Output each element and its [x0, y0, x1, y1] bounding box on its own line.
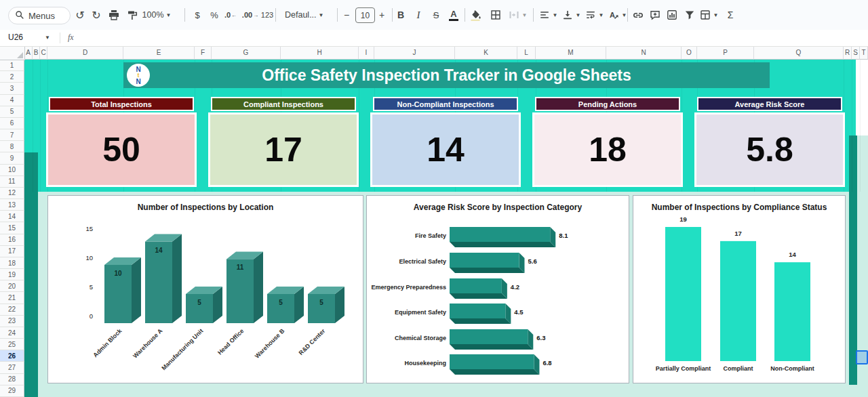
percent-format-button[interactable]: % [206, 6, 222, 24]
text-rotation-button[interactable]: A▼ [606, 6, 629, 24]
column-header-I[interactable]: I [359, 46, 374, 60]
kpi-card-pending-actions[interactable]: Pending Actions18 [532, 97, 683, 187]
text-wrap-button[interactable]: ▼ [583, 6, 606, 24]
row-header-5[interactable]: 5 [0, 106, 24, 118]
kpi-label: Pending Actions [535, 97, 680, 111]
filter-icon[interactable] [682, 6, 698, 24]
fx-icon: fx [68, 33, 74, 43]
borders-icon[interactable] [488, 6, 504, 24]
font-select[interactable]: Defaul...▼ [285, 6, 336, 24]
italic-button[interactable]: I [410, 6, 427, 24]
chevron-down-icon[interactable]: ▼ [519, 6, 528, 24]
decrease-decimal-button[interactable]: .0← [222, 6, 239, 24]
column-header-S[interactable]: S [852, 46, 860, 60]
undo-icon[interactable]: ↺ [72, 6, 88, 24]
row-header-27[interactable]: 27 [0, 362, 24, 373]
row-header-18[interactable]: 18 [0, 257, 24, 269]
column-header-N[interactable]: N [606, 46, 682, 60]
chart-risk-score-by-category[interactable]: Average Risk Score by Inspection Categor… [366, 195, 629, 383]
row-header-26[interactable]: 26 [0, 350, 24, 362]
kpi-card-average-risk-score[interactable]: Average Risk Score5.8 [694, 97, 845, 187]
row-header-22[interactable]: 22 [0, 304, 24, 316]
column-header-Q[interactable]: Q [754, 46, 844, 60]
column-header-L[interactable]: L [517, 46, 536, 60]
decrease-font-size-button[interactable]: − [340, 6, 353, 24]
row-header-1[interactable]: 1 [0, 60, 24, 71]
column-header-A[interactable]: A [24, 46, 33, 60]
row-header-12[interactable]: 12 [0, 188, 24, 199]
row-header-14[interactable]: 14 [0, 211, 24, 222]
row-header-21[interactable]: 21 [0, 292, 24, 304]
column-header-O[interactable]: O [682, 46, 697, 60]
row-header-29[interactable]: 29 [0, 385, 24, 397]
row-header-8[interactable]: 8 [0, 141, 24, 152]
row-header-19[interactable]: 19 [0, 269, 24, 280]
font-size-input[interactable]: 10 [355, 7, 375, 23]
chart-inspections-by-compliance[interactable]: Number of Inspections by Compliance Stat… [633, 195, 846, 383]
row-header-16[interactable]: 16 [0, 234, 24, 246]
row-header-4[interactable]: 4 [0, 95, 24, 106]
kpi-value: 50 [46, 112, 197, 187]
row-header-2[interactable]: 2 [0, 71, 24, 83]
row-header-24[interactable]: 24 [0, 327, 24, 339]
divider [275, 8, 276, 22]
row-header-17[interactable]: 17 [0, 246, 24, 257]
column-header-F[interactable]: F [195, 46, 212, 60]
increase-decimal-button[interactable]: .00→ [242, 6, 258, 24]
redo-icon[interactable]: ↻ [88, 6, 104, 24]
strikethrough-button[interactable]: S [428, 6, 444, 24]
fill-color-icon[interactable] [467, 6, 484, 24]
column-header-H[interactable]: H [281, 46, 359, 60]
row-header-25[interactable]: 25 [0, 339, 24, 350]
name-box[interactable]: U26 [8, 33, 23, 42]
row-header-11[interactable]: 11 [0, 176, 24, 188]
row-header-15[interactable]: 15 [0, 222, 24, 234]
horizontal-align-button[interactable]: ▼ [536, 6, 559, 24]
menus-search-button[interactable]: Menus [8, 7, 71, 24]
svg-text:10: 10 [114, 270, 122, 277]
zoom-select[interactable]: 100%▼ [136, 6, 178, 24]
gridline [40, 60, 41, 192]
insert-link-icon[interactable] [630, 6, 646, 24]
row-header-6[interactable]: 6 [0, 118, 24, 129]
background-region [857, 135, 868, 194]
column-header-M[interactable]: M [536, 46, 606, 60]
column-header-P[interactable]: P [697, 46, 754, 60]
insert-chart-icon[interactable] [664, 6, 680, 24]
kpi-card-non-compliant-inspections[interactable]: Non-Compliant Inspections14 [370, 97, 521, 187]
table-views-button[interactable]: ▼ [697, 6, 720, 24]
currency-format-button[interactable]: $ [189, 6, 205, 24]
kpi-card-total-inspections[interactable]: Total Inspections50 [46, 97, 197, 187]
row-header-7[interactable]: 7 [0, 129, 24, 141]
svg-text:R&D Center: R&D Center [298, 327, 327, 356]
ntn-logo: N t N [127, 64, 150, 87]
column-header-G[interactable]: G [212, 46, 281, 60]
column-header-E[interactable]: E [123, 46, 195, 60]
row-header-3[interactable]: 3 [0, 83, 24, 94]
column-header-C[interactable]: C [40, 46, 47, 60]
row-header-13[interactable]: 13 [0, 199, 24, 211]
bold-button[interactable]: B [393, 6, 409, 24]
functions-button[interactable]: Σ [722, 6, 738, 24]
print-icon[interactable] [106, 6, 122, 24]
column-header-D[interactable]: D [47, 46, 123, 60]
column-header-T[interactable]: T [860, 46, 868, 60]
column-header-R[interactable]: R [844, 46, 852, 60]
vertical-align-button[interactable]: ▼ [559, 6, 583, 24]
increase-font-size-button[interactable]: + [375, 6, 389, 24]
number-format-button[interactable]: 123 [259, 6, 275, 24]
select-all-corner[interactable] [0, 46, 25, 60]
chevron-down-icon[interactable]: ▼ [45, 35, 50, 41]
column-header-K[interactable]: K [455, 46, 517, 60]
column-header-J[interactable]: J [374, 46, 455, 60]
row-header-9[interactable]: 9 [0, 152, 24, 164]
row-header-10[interactable]: 10 [0, 165, 24, 176]
row-header-28[interactable]: 28 [0, 374, 24, 385]
insert-comment-icon[interactable] [647, 6, 663, 24]
row-header-20[interactable]: 20 [0, 280, 24, 292]
chart-inspections-by-location[interactable]: Number of Inspections by Location0510151… [47, 195, 363, 383]
kpi-card-compliant-inspections[interactable]: Compliant Inspections17 [208, 97, 359, 187]
row-header-23[interactable]: 23 [0, 316, 24, 327]
text-color-button[interactable]: A [446, 6, 462, 24]
column-header-B[interactable]: B [33, 46, 40, 60]
